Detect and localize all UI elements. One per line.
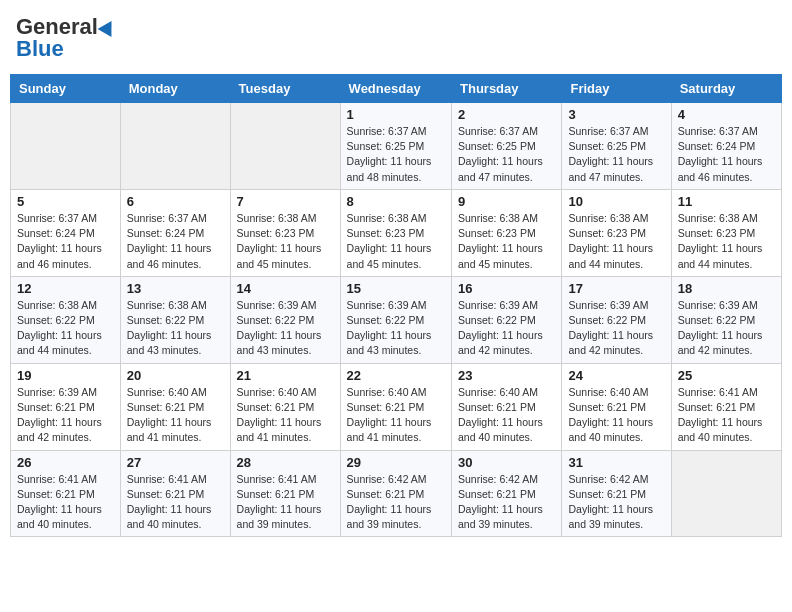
day-number: 9 xyxy=(458,194,555,209)
calendar-body: 1Sunrise: 6:37 AM Sunset: 6:25 PM Daylig… xyxy=(11,103,782,537)
day-info: Sunrise: 6:41 AM Sunset: 6:21 PM Dayligh… xyxy=(678,385,775,446)
day-info: Sunrise: 6:38 AM Sunset: 6:23 PM Dayligh… xyxy=(568,211,664,272)
day-number: 6 xyxy=(127,194,224,209)
day-number: 18 xyxy=(678,281,775,296)
day-info: Sunrise: 6:40 AM Sunset: 6:21 PM Dayligh… xyxy=(458,385,555,446)
day-info: Sunrise: 6:39 AM Sunset: 6:21 PM Dayligh… xyxy=(17,385,114,446)
calendar-cell: 15Sunrise: 6:39 AM Sunset: 6:22 PM Dayli… xyxy=(340,276,451,363)
day-number: 23 xyxy=(458,368,555,383)
calendar-cell: 5Sunrise: 6:37 AM Sunset: 6:24 PM Daylig… xyxy=(11,189,121,276)
day-number: 25 xyxy=(678,368,775,383)
calendar-cell: 23Sunrise: 6:40 AM Sunset: 6:21 PM Dayli… xyxy=(452,363,562,450)
day-info: Sunrise: 6:39 AM Sunset: 6:22 PM Dayligh… xyxy=(347,298,445,359)
weekday-header-thursday: Thursday xyxy=(452,75,562,103)
calendar-week-5: 26Sunrise: 6:41 AM Sunset: 6:21 PM Dayli… xyxy=(11,450,782,537)
day-number: 19 xyxy=(17,368,114,383)
day-number: 14 xyxy=(237,281,334,296)
day-number: 1 xyxy=(347,107,445,122)
calendar-cell: 1Sunrise: 6:37 AM Sunset: 6:25 PM Daylig… xyxy=(340,103,451,190)
day-info: Sunrise: 6:37 AM Sunset: 6:25 PM Dayligh… xyxy=(568,124,664,185)
day-number: 8 xyxy=(347,194,445,209)
day-info: Sunrise: 6:37 AM Sunset: 6:25 PM Dayligh… xyxy=(458,124,555,185)
day-info: Sunrise: 6:38 AM Sunset: 6:22 PM Dayligh… xyxy=(17,298,114,359)
day-number: 28 xyxy=(237,455,334,470)
calendar-cell: 10Sunrise: 6:38 AM Sunset: 6:23 PM Dayli… xyxy=(562,189,671,276)
calendar-cell: 29Sunrise: 6:42 AM Sunset: 6:21 PM Dayli… xyxy=(340,450,451,537)
day-info: Sunrise: 6:40 AM Sunset: 6:21 PM Dayligh… xyxy=(127,385,224,446)
calendar-week-1: 1Sunrise: 6:37 AM Sunset: 6:25 PM Daylig… xyxy=(11,103,782,190)
logo-blue-text: Blue xyxy=(16,36,64,62)
day-info: Sunrise: 6:40 AM Sunset: 6:21 PM Dayligh… xyxy=(568,385,664,446)
day-info: Sunrise: 6:39 AM Sunset: 6:22 PM Dayligh… xyxy=(458,298,555,359)
day-number: 16 xyxy=(458,281,555,296)
day-info: Sunrise: 6:42 AM Sunset: 6:21 PM Dayligh… xyxy=(568,472,664,533)
calendar-week-2: 5Sunrise: 6:37 AM Sunset: 6:24 PM Daylig… xyxy=(11,189,782,276)
calendar-cell: 2Sunrise: 6:37 AM Sunset: 6:25 PM Daylig… xyxy=(452,103,562,190)
day-number: 27 xyxy=(127,455,224,470)
calendar-cell: 21Sunrise: 6:40 AM Sunset: 6:21 PM Dayli… xyxy=(230,363,340,450)
day-number: 26 xyxy=(17,455,114,470)
day-info: Sunrise: 6:38 AM Sunset: 6:23 PM Dayligh… xyxy=(347,211,445,272)
day-info: Sunrise: 6:38 AM Sunset: 6:22 PM Dayligh… xyxy=(127,298,224,359)
day-info: Sunrise: 6:39 AM Sunset: 6:22 PM Dayligh… xyxy=(237,298,334,359)
calendar-cell: 6Sunrise: 6:37 AM Sunset: 6:24 PM Daylig… xyxy=(120,189,230,276)
calendar-cell: 19Sunrise: 6:39 AM Sunset: 6:21 PM Dayli… xyxy=(11,363,121,450)
weekday-header-saturday: Saturday xyxy=(671,75,781,103)
day-number: 4 xyxy=(678,107,775,122)
day-info: Sunrise: 6:39 AM Sunset: 6:22 PM Dayligh… xyxy=(568,298,664,359)
day-info: Sunrise: 6:38 AM Sunset: 6:23 PM Dayligh… xyxy=(458,211,555,272)
calendar-header: SundayMondayTuesdayWednesdayThursdayFrid… xyxy=(11,75,782,103)
calendar-cell: 24Sunrise: 6:40 AM Sunset: 6:21 PM Dayli… xyxy=(562,363,671,450)
day-info: Sunrise: 6:41 AM Sunset: 6:21 PM Dayligh… xyxy=(127,472,224,533)
day-info: Sunrise: 6:41 AM Sunset: 6:21 PM Dayligh… xyxy=(17,472,114,533)
day-info: Sunrise: 6:37 AM Sunset: 6:24 PM Dayligh… xyxy=(678,124,775,185)
day-number: 15 xyxy=(347,281,445,296)
calendar-cell: 22Sunrise: 6:40 AM Sunset: 6:21 PM Dayli… xyxy=(340,363,451,450)
day-number: 10 xyxy=(568,194,664,209)
calendar-cell xyxy=(230,103,340,190)
calendar-cell xyxy=(671,450,781,537)
calendar-cell: 18Sunrise: 6:39 AM Sunset: 6:22 PM Dayli… xyxy=(671,276,781,363)
calendar-week-3: 12Sunrise: 6:38 AM Sunset: 6:22 PM Dayli… xyxy=(11,276,782,363)
calendar-cell: 8Sunrise: 6:38 AM Sunset: 6:23 PM Daylig… xyxy=(340,189,451,276)
day-number: 3 xyxy=(568,107,664,122)
calendar-cell: 30Sunrise: 6:42 AM Sunset: 6:21 PM Dayli… xyxy=(452,450,562,537)
calendar-cell: 11Sunrise: 6:38 AM Sunset: 6:23 PM Dayli… xyxy=(671,189,781,276)
day-info: Sunrise: 6:42 AM Sunset: 6:21 PM Dayligh… xyxy=(458,472,555,533)
weekday-header-row: SundayMondayTuesdayWednesdayThursdayFrid… xyxy=(11,75,782,103)
calendar-cell: 28Sunrise: 6:41 AM Sunset: 6:21 PM Dayli… xyxy=(230,450,340,537)
calendar-cell: 12Sunrise: 6:38 AM Sunset: 6:22 PM Dayli… xyxy=(11,276,121,363)
weekday-header-sunday: Sunday xyxy=(11,75,121,103)
day-info: Sunrise: 6:41 AM Sunset: 6:21 PM Dayligh… xyxy=(237,472,334,533)
day-number: 20 xyxy=(127,368,224,383)
day-info: Sunrise: 6:37 AM Sunset: 6:24 PM Dayligh… xyxy=(17,211,114,272)
calendar-cell: 13Sunrise: 6:38 AM Sunset: 6:22 PM Dayli… xyxy=(120,276,230,363)
page-header: General Blue xyxy=(10,10,782,66)
calendar-cell: 20Sunrise: 6:40 AM Sunset: 6:21 PM Dayli… xyxy=(120,363,230,450)
day-info: Sunrise: 6:38 AM Sunset: 6:23 PM Dayligh… xyxy=(237,211,334,272)
day-number: 22 xyxy=(347,368,445,383)
weekday-header-monday: Monday xyxy=(120,75,230,103)
calendar-cell: 26Sunrise: 6:41 AM Sunset: 6:21 PM Dayli… xyxy=(11,450,121,537)
day-number: 11 xyxy=(678,194,775,209)
day-number: 5 xyxy=(17,194,114,209)
day-number: 24 xyxy=(568,368,664,383)
day-number: 2 xyxy=(458,107,555,122)
day-info: Sunrise: 6:37 AM Sunset: 6:25 PM Dayligh… xyxy=(347,124,445,185)
calendar-cell: 25Sunrise: 6:41 AM Sunset: 6:21 PM Dayli… xyxy=(671,363,781,450)
logo: General Blue xyxy=(16,14,116,62)
calendar-cell: 31Sunrise: 6:42 AM Sunset: 6:21 PM Dayli… xyxy=(562,450,671,537)
calendar-cell: 27Sunrise: 6:41 AM Sunset: 6:21 PM Dayli… xyxy=(120,450,230,537)
day-number: 29 xyxy=(347,455,445,470)
day-number: 7 xyxy=(237,194,334,209)
day-number: 30 xyxy=(458,455,555,470)
day-info: Sunrise: 6:39 AM Sunset: 6:22 PM Dayligh… xyxy=(678,298,775,359)
calendar-cell: 9Sunrise: 6:38 AM Sunset: 6:23 PM Daylig… xyxy=(452,189,562,276)
day-number: 17 xyxy=(568,281,664,296)
calendar-cell: 7Sunrise: 6:38 AM Sunset: 6:23 PM Daylig… xyxy=(230,189,340,276)
calendar-cell: 17Sunrise: 6:39 AM Sunset: 6:22 PM Dayli… xyxy=(562,276,671,363)
day-info: Sunrise: 6:37 AM Sunset: 6:24 PM Dayligh… xyxy=(127,211,224,272)
weekday-header-tuesday: Tuesday xyxy=(230,75,340,103)
day-info: Sunrise: 6:42 AM Sunset: 6:21 PM Dayligh… xyxy=(347,472,445,533)
calendar-cell: 4Sunrise: 6:37 AM Sunset: 6:24 PM Daylig… xyxy=(671,103,781,190)
